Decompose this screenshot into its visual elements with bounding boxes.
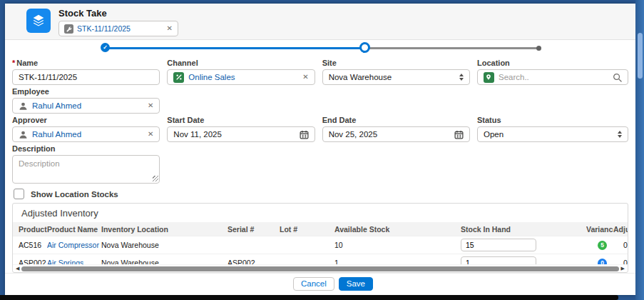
- page-vertical-scrollbar[interactable]: [635, 0, 644, 300]
- save-button[interactable]: Save: [339, 277, 373, 291]
- status-field-group: Status Open: [477, 114, 628, 142]
- show-location-stocks-row: Show Location Stocks: [14, 189, 628, 199]
- scroll-right-icon[interactable]: ▶: [621, 265, 625, 272]
- product-code-cell: AC516: [19, 241, 47, 249]
- name-label: *Name: [12, 59, 160, 67]
- variance-badge: 0: [598, 259, 607, 264]
- employee-field-group: Employee Rahul Ahmed ✕: [12, 85, 160, 114]
- inventory-location-cell: Nova Warehouse: [101, 241, 228, 249]
- stock-take-app-icon: [26, 9, 51, 33]
- scroll-left-icon[interactable]: ◀: [16, 265, 19, 272]
- channel-remove-icon[interactable]: ✕: [302, 74, 308, 81]
- calendar-icon[interactable]: [454, 130, 464, 139]
- adjusted-qty-cell: 0: [613, 259, 628, 264]
- employee-label: Employee: [12, 87, 160, 96]
- horizontal-scrollbar: ◀ ▶: [13, 264, 628, 272]
- table-row: ASP002 Air Springs Nova Warehouse ASP002…: [13, 254, 628, 264]
- col-serial: Serial #: [228, 225, 280, 234]
- location-field-group: Location: [477, 56, 628, 85]
- channel-field-group: Channel Online Sales ✕: [167, 56, 315, 85]
- location-search-input[interactable]: [499, 73, 608, 81]
- location-search-box[interactable]: [477, 69, 628, 85]
- stock-in-hand-input[interactable]: [461, 256, 536, 264]
- approver-field-group: Approver Rahul Ahmed ✕: [12, 114, 160, 142]
- scrollbar-thumb[interactable]: [21, 266, 618, 271]
- location-label: Location: [477, 59, 628, 67]
- employee-lookup-pill[interactable]: Rahul Ahmed ✕: [12, 98, 160, 114]
- start-date-field-group: Start Date Nov 11, 2025: [167, 114, 315, 142]
- name-input[interactable]: [19, 73, 153, 81]
- user-icon: [19, 101, 28, 111]
- show-location-stocks-checkbox[interactable]: [14, 189, 24, 199]
- end-date-value: Nov 25, 2025: [329, 130, 450, 139]
- employee-remove-icon[interactable]: ✕: [148, 102, 153, 109]
- employee-value: Rahul Ahmed: [32, 101, 143, 110]
- table-header-row: Product Co Product Name Inventory Locati…: [13, 222, 628, 236]
- col-lot: Lot #: [280, 225, 334, 234]
- col-variance: Variance: [586, 225, 613, 234]
- product-code-cell: ASP002: [19, 259, 47, 264]
- status-value: Open: [484, 130, 613, 139]
- end-date-label: End Date: [322, 116, 470, 124]
- dialog-header: Stock Take STK-11/11/2025 ✕: [5, 4, 635, 40]
- approver-label: Approver: [12, 116, 160, 124]
- product-name-link[interactable]: Air Springs: [47, 259, 101, 264]
- approver-lookup-pill[interactable]: Rahul Ahmed ✕: [12, 126, 160, 142]
- progress-line-remaining: [368, 47, 538, 49]
- step-complete-icon[interactable]: ✓: [101, 43, 110, 52]
- stock-in-hand-input[interactable]: [461, 239, 536, 251]
- resize-handle-icon[interactable]: [153, 176, 158, 181]
- site-label: Site: [322, 59, 470, 67]
- scrollbar-track[interactable]: [21, 266, 618, 271]
- description-label: Description: [12, 144, 160, 153]
- user-icon: [19, 130, 28, 139]
- page-title: Stock Take: [58, 9, 178, 19]
- end-date-field-group: End Date Nov 25, 2025: [322, 114, 470, 142]
- step-future-icon[interactable]: [536, 46, 541, 51]
- site-stepper-icon[interactable]: [459, 74, 464, 81]
- search-icon[interactable]: [613, 73, 622, 82]
- remove-record-icon[interactable]: ✕: [167, 25, 173, 32]
- adjusted-qty-cell: 0: [613, 241, 628, 249]
- col-stock-in-hand: Stock In Hand: [461, 225, 586, 234]
- available-stock-cell: 1: [334, 259, 461, 264]
- show-location-stocks-label: Show Location Stocks: [31, 190, 118, 199]
- variance-badge: 5: [598, 241, 607, 250]
- end-date-input[interactable]: Nov 25, 2025: [322, 126, 470, 142]
- record-pill-label: STK-11/11/2025: [77, 24, 163, 33]
- location-icon: [484, 72, 494, 83]
- vertical-scrollbar-thumb[interactable]: [638, 33, 643, 79]
- status-stepper-icon[interactable]: [618, 131, 622, 138]
- channel-lookup-pill[interactable]: Online Sales ✕: [167, 69, 315, 85]
- cancel-button[interactable]: Cancel: [293, 277, 334, 291]
- start-date-input[interactable]: Nov 11, 2025: [167, 126, 315, 142]
- record-icon: [64, 24, 73, 34]
- required-mark: *: [12, 59, 15, 67]
- window-bottom-edge: [0, 295, 618, 300]
- description-textarea[interactable]: [12, 155, 160, 184]
- page-background: Stock Take STK-11/11/2025 ✕ ✓ *Name: [0, 0, 644, 300]
- product-name-link[interactable]: Air Compressor: [47, 241, 101, 249]
- site-value: Nova Warehouse: [329, 73, 455, 81]
- adjusted-inventory-card: Adjusted Inventory Product Co Product Na…: [12, 203, 628, 273]
- start-date-label: Start Date: [167, 116, 315, 124]
- inventory-table: Product Co Product Name Inventory Locati…: [13, 222, 628, 264]
- adjusted-inventory-title: Adjusted Inventory: [13, 204, 628, 222]
- progress-indicator: ✓: [5, 40, 635, 56]
- description-field-group: Description: [12, 142, 160, 184]
- approver-remove-icon[interactable]: ✕: [148, 131, 153, 138]
- status-label: Status: [477, 116, 628, 124]
- status-select[interactable]: Open: [477, 126, 628, 142]
- col-product-name: Product Name: [47, 225, 101, 234]
- record-lookup-pill[interactable]: STK-11/11/2025 ✕: [58, 21, 178, 36]
- site-select[interactable]: Nova Warehouse: [322, 69, 470, 85]
- channel-value: Online Sales: [188, 73, 298, 81]
- calendar-icon[interactable]: [300, 130, 309, 139]
- serial-cell: ASP002: [228, 259, 280, 264]
- stock-take-dialog: Stock Take STK-11/11/2025 ✕ ✓ *Name: [5, 4, 635, 295]
- step-current-icon[interactable]: [359, 42, 370, 53]
- name-field-group: *Name: [12, 56, 160, 85]
- dialog-footer: Cancel Save: [5, 273, 635, 295]
- approver-value: Rahul Ahmed: [32, 130, 143, 139]
- inventory-location-cell: Nova Warehouse: [101, 259, 228, 264]
